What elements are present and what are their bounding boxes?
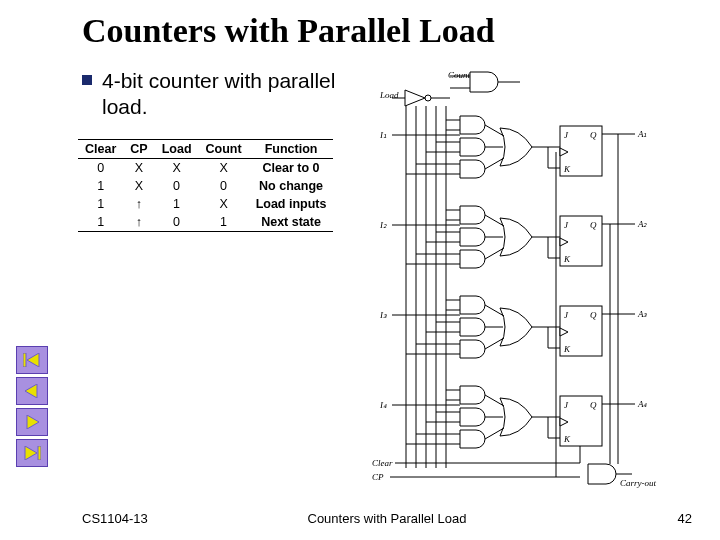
nav-first-button[interactable] — [16, 346, 48, 374]
label-q: Q — [590, 130, 597, 140]
or-gate-icon — [500, 128, 532, 166]
cell: 1 — [78, 195, 123, 213]
th-function: Function — [249, 139, 334, 158]
stage-1: I₁ J K Q — [379, 116, 648, 178]
and-gate-icon — [460, 250, 485, 268]
bullet-item: 4-bit counter with parallel load. — [82, 68, 342, 121]
cell: 1 — [155, 195, 199, 213]
nav-strip — [16, 346, 48, 470]
th-clear: Clear — [78, 139, 123, 158]
cell: X — [199, 158, 249, 177]
table-row: 1 ↑ 1 X Load inputs — [78, 195, 333, 213]
and-gate-icon — [470, 72, 498, 92]
stage-4: I₄ J K Q A₄ — [379, 386, 648, 448]
label-q: Q — [590, 400, 597, 410]
or-gate-icon — [500, 218, 532, 256]
or-gate-icon — [500, 398, 532, 436]
bullet-text: 4-bit counter with parallel load. — [102, 68, 342, 121]
cell: ↑ — [123, 195, 154, 213]
label-q: Q — [590, 220, 597, 230]
table-header-row: Clear CP Load Count Function — [78, 139, 333, 158]
label-count: Count — [448, 70, 471, 80]
bullet-icon — [82, 75, 92, 85]
circuit-diagram: Count Load I₁ — [350, 68, 660, 488]
cell: X — [199, 195, 249, 213]
label-i2: I₂ — [379, 220, 387, 230]
table-row: 0 X X X Clear to 0 — [78, 158, 333, 177]
nav-last-button[interactable] — [16, 439, 48, 467]
cell: X — [123, 158, 154, 177]
footer-course: CS1104-13 — [82, 511, 148, 526]
table-row: 1 ↑ 0 1 Next state — [78, 213, 333, 232]
label-a1: A₁ — [637, 129, 648, 139]
buffer-icon — [405, 90, 425, 106]
label-cp: CP — [372, 472, 384, 482]
cell: 1 — [199, 213, 249, 232]
cell: Clear to 0 — [249, 158, 334, 177]
and-gate-icon — [460, 206, 485, 224]
th-cp: CP — [123, 139, 154, 158]
and-gate-icon — [460, 318, 485, 336]
cell: No change — [249, 177, 334, 195]
label-a4: A₄ — [637, 399, 648, 409]
page-title: Counters with Parallel Load — [82, 12, 692, 50]
and-gate-icon — [588, 464, 616, 484]
label-k: K — [563, 344, 571, 354]
and-gate-icon — [460, 296, 485, 314]
label-i4: I₄ — [379, 400, 387, 410]
label-i1: I₁ — [379, 130, 387, 140]
footer-page-number: 42 — [678, 511, 692, 526]
svg-marker-81 — [27, 415, 39, 429]
cell: ↑ — [123, 213, 154, 232]
svg-marker-80 — [25, 384, 37, 398]
th-count: Count — [199, 139, 249, 158]
and-gate-icon — [460, 340, 485, 358]
label-q: Q — [590, 310, 597, 320]
label-clear: Clear — [372, 458, 393, 468]
cell: 0 — [78, 158, 123, 177]
and-gate-icon — [460, 408, 485, 426]
cell: 1 — [78, 213, 123, 232]
svg-marker-82 — [25, 446, 37, 460]
stage-2: I₂ J K Q A₂ — [379, 206, 648, 268]
cell: 0 — [155, 177, 199, 195]
and-gate-icon — [460, 430, 485, 448]
nav-next-button[interactable] — [16, 408, 48, 436]
table-row: 1 X 0 0 No change — [78, 177, 333, 195]
cell: 0 — [199, 177, 249, 195]
svg-rect-83 — [38, 446, 41, 460]
label-a2: A₂ — [637, 219, 648, 229]
and-gate-icon — [460, 138, 485, 156]
label-i3: I₃ — [379, 310, 387, 320]
svg-point-3 — [425, 95, 431, 101]
cell: X — [155, 158, 199, 177]
cell: Next state — [249, 213, 334, 232]
th-load: Load — [155, 139, 199, 158]
and-gate-icon — [460, 160, 485, 178]
cell: 1 — [78, 177, 123, 195]
or-gate-icon — [500, 308, 532, 346]
svg-rect-79 — [23, 353, 26, 367]
cell: 0 — [155, 213, 199, 232]
footer-title: Counters with Parallel Load — [82, 511, 692, 526]
label-carry: Carry-out — [620, 478, 656, 488]
label-k: K — [563, 164, 571, 174]
and-gate-icon — [460, 116, 485, 134]
function-table: Clear CP Load Count Function 0 X X X Cle… — [78, 139, 333, 232]
cell: X — [123, 177, 154, 195]
stage-3: I₃ J K Q A₃ — [379, 296, 648, 358]
and-gate-icon — [460, 228, 485, 246]
nav-prev-button[interactable] — [16, 377, 48, 405]
cell: Load inputs — [249, 195, 334, 213]
label-k: K — [563, 254, 571, 264]
label-a3: A₃ — [637, 309, 648, 319]
label-k: K — [563, 434, 571, 444]
and-gate-icon — [460, 386, 485, 404]
svg-marker-78 — [27, 353, 39, 367]
